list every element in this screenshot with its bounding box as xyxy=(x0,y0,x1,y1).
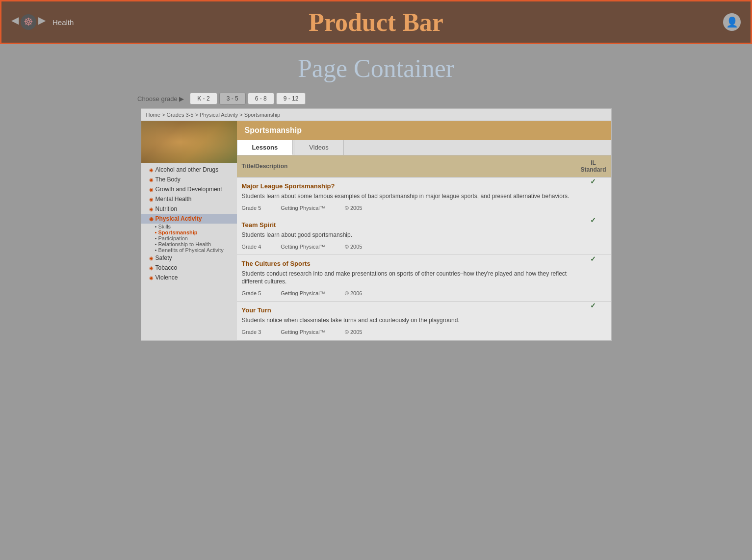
sidebar-label-relationship: Relationship to Health xyxy=(158,241,211,247)
lesson-4-desc: Students notice when classmates take tur… xyxy=(237,315,576,328)
grade-68-button[interactable]: 6 - 8 xyxy=(248,93,274,104)
app-name: Health xyxy=(52,18,74,26)
sidebar-label-growth: Growth and Development xyxy=(156,186,222,193)
lesson-1-source: Getting Physical™ xyxy=(281,205,325,211)
sidebar-bullet-body: ◉ xyxy=(149,177,154,182)
sidebar-item-safety[interactable]: ◉ Safety xyxy=(141,253,237,263)
sidebar-label-violence: Violence xyxy=(156,274,178,281)
forward-icon[interactable]: ▶ xyxy=(38,14,46,30)
sidebar-item-tobacco[interactable]: ◉ Tobacco xyxy=(141,263,237,273)
tab-lessons[interactable]: Lessons xyxy=(237,140,293,155)
lesson-4-grade: Grade 3 xyxy=(242,329,261,335)
lesson-1-meta: Grade 5 Getting Physical™ © 2005 xyxy=(237,204,576,216)
topic-header: Sportsmanship xyxy=(237,121,611,140)
lesson-1-grade: Grade 5 xyxy=(242,205,261,211)
lesson-4-year: © 2005 xyxy=(345,329,363,335)
sidebar-item-nutrition[interactable]: ◉ Nutrition xyxy=(141,204,237,214)
lesson-4-source: Getting Physical™ xyxy=(281,329,325,335)
sidebar-image xyxy=(141,121,237,163)
user-icon[interactable]: 👤 xyxy=(723,13,741,31)
sidebar-label-alcohol: Alcohol and other Drugs xyxy=(156,166,219,173)
sidebar-bullet-growth: ◉ xyxy=(149,187,154,192)
sidebar-sub-sportsmanship[interactable]: • Sportsmanship xyxy=(141,229,237,235)
sidebar-bullet-alcohol: ◉ xyxy=(149,167,154,173)
lesson-3-desc: Students conduct research into and make … xyxy=(237,268,576,289)
lesson-3-content: The Cultures of Sports Students conduct … xyxy=(237,255,576,302)
sidebar-item-mental[interactable]: ◉ Mental Health xyxy=(141,194,237,204)
product-bar-right: 👤 xyxy=(723,13,741,31)
sidebar-nav: ◉ Alcohol and other Drugs ◉ The Body ◉ G… xyxy=(141,163,237,284)
sidebar-image-overlay xyxy=(141,121,237,163)
sidebar-sub-participation[interactable]: • Participation xyxy=(141,235,237,241)
sidebar-bullet-physical: ◉ xyxy=(149,216,154,222)
lesson-2-year: © 2005 xyxy=(345,244,363,250)
main-content: Home > Grades 3-5 > Physical Activity > … xyxy=(141,108,612,341)
sidebar-label-nutrition: Nutrition xyxy=(156,205,178,212)
sidebar-item-physical[interactable]: ◉ Physical Activity xyxy=(141,214,237,224)
lesson-3-year: © 2006 xyxy=(345,290,363,296)
lesson-2-title[interactable]: Team Spirit xyxy=(237,216,576,229)
inner-layout: ◉ Alcohol and other Drugs ◉ The Body ◉ G… xyxy=(141,121,611,340)
lesson-2-grade: Grade 4 xyxy=(242,244,261,250)
sidebar-label-benefits: Benefits of Physical Activity xyxy=(158,247,223,253)
lesson-1-title[interactable]: Major League Sportsmanship? xyxy=(237,178,576,191)
grade-35-button[interactable]: 3 - 5 xyxy=(219,93,246,104)
lesson-2-desc: Students learn about good sportsmanship. xyxy=(237,229,576,242)
grade-selector: Choose grade ▶ K - 2 3 - 5 6 - 8 9 - 12 xyxy=(10,93,742,104)
grade-selector-label: Choose grade ▶ xyxy=(137,95,184,102)
sidebar-bullet-mental: ◉ xyxy=(149,197,154,202)
sidebar-label-participation: Participation xyxy=(158,235,188,241)
lesson-1-desc: Students learn about some famous example… xyxy=(237,191,576,204)
lesson-2-check: ✓ xyxy=(575,216,611,255)
col-title: Title/Description xyxy=(237,155,576,178)
product-bar-title: Product Bar xyxy=(309,8,443,37)
lesson-3-grade: Grade 5 xyxy=(242,290,261,296)
table-row: Your Turn Students notice when classmate… xyxy=(237,302,611,340)
back-icon[interactable]: ◀ xyxy=(11,14,19,30)
sidebar-sub-benefits[interactable]: • Benefits of Physical Activity xyxy=(141,247,237,253)
lesson-3-meta: Grade 5 Getting Physical™ © 2006 xyxy=(237,289,576,301)
lesson-4-title[interactable]: Your Turn xyxy=(237,302,576,315)
table-row: Major League Sportsmanship? Students lea… xyxy=(237,178,611,216)
main-panel: Sportsmanship Lessons Videos Title/Descr… xyxy=(237,121,611,340)
sidebar-item-alcohol[interactable]: ◉ Alcohol and other Drugs xyxy=(141,165,237,175)
col-il-standard: ILStandard xyxy=(575,155,611,178)
page-container-title: Page Container xyxy=(10,54,742,83)
lesson-1-check: ✓ xyxy=(575,178,611,216)
sidebar-label-physical: Physical Activity xyxy=(156,215,202,222)
tabs: Lessons Videos xyxy=(237,140,611,155)
sidebar-label-skills: Skills xyxy=(158,224,171,229)
lesson-1-content: Major League Sportsmanship? Students lea… xyxy=(237,178,576,216)
grade-912-button[interactable]: 9 - 12 xyxy=(276,93,306,104)
sidebar-item-growth[interactable]: ◉ Growth and Development xyxy=(141,184,237,194)
sidebar-bullet-nutrition: ◉ xyxy=(149,206,154,212)
sidebar-label-safety: Safety xyxy=(156,255,172,261)
product-bar: ◀ ☸ ▶ Health Product Bar 👤 xyxy=(0,0,752,44)
sidebar-sub-relationship[interactable]: • Relationship to Health xyxy=(141,241,237,247)
logo-icon: ☸ xyxy=(21,14,36,30)
sidebar-bullet-violence: ◉ xyxy=(149,275,154,280)
tab-videos[interactable]: Videos xyxy=(294,140,344,155)
grade-k2-button[interactable]: K - 2 xyxy=(190,93,217,104)
sidebar-item-body[interactable]: ◉ The Body xyxy=(141,175,237,184)
page-container-wrapper: Page Container Choose grade ▶ K - 2 3 - … xyxy=(0,44,752,560)
lesson-3-check: ✓ xyxy=(575,255,611,302)
lesson-3-source: Getting Physical™ xyxy=(281,290,325,296)
lesson-2-source: Getting Physical™ xyxy=(281,244,325,250)
sidebar-bullet-safety: ◉ xyxy=(149,255,154,261)
sidebar-sub-skills[interactable]: • Skills xyxy=(141,224,237,229)
breadcrumb: Home > Grades 3-5 > Physical Activity > … xyxy=(141,109,611,121)
sidebar-label-tobacco: Tobacco xyxy=(156,264,178,271)
nav-arrows[interactable]: ◀ ☸ ▶ xyxy=(11,14,46,30)
lesson-4-content: Your Turn Students notice when classmate… xyxy=(237,302,576,340)
table-row: Team Spirit Students learn about good sp… xyxy=(237,216,611,255)
lesson-2-meta: Grade 4 Getting Physical™ © 2005 xyxy=(237,242,576,255)
sidebar: ◉ Alcohol and other Drugs ◉ The Body ◉ G… xyxy=(141,121,237,340)
sidebar-label-mental: Mental Health xyxy=(156,196,192,203)
sidebar-label-body: The Body xyxy=(156,176,181,183)
sidebar-item-violence[interactable]: ◉ Violence xyxy=(141,273,237,282)
lesson-3-title[interactable]: The Cultures of Sports xyxy=(237,255,576,268)
lessons-table: Title/Description ILStandard Major Leagu… xyxy=(237,155,611,340)
lesson-1-year: © 2005 xyxy=(345,205,363,211)
sidebar-bullet-tobacco: ◉ xyxy=(149,265,154,271)
